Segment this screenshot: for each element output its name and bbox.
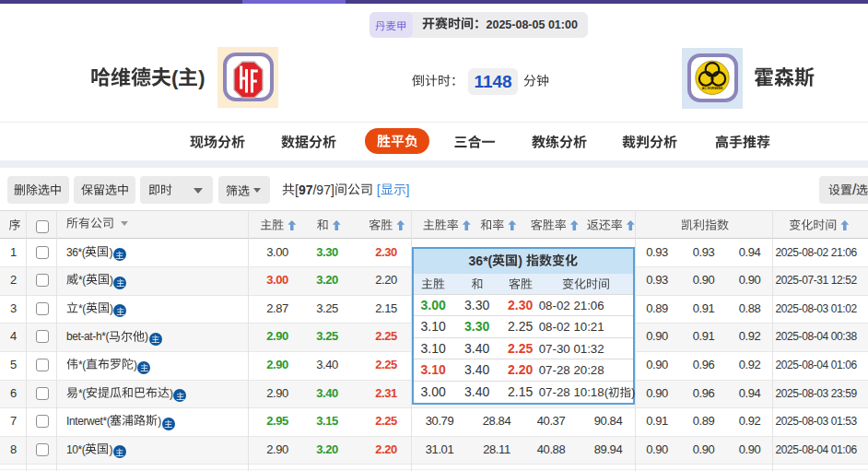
svg-text:AC HORSENS: AC HORSENS xyxy=(701,87,722,90)
